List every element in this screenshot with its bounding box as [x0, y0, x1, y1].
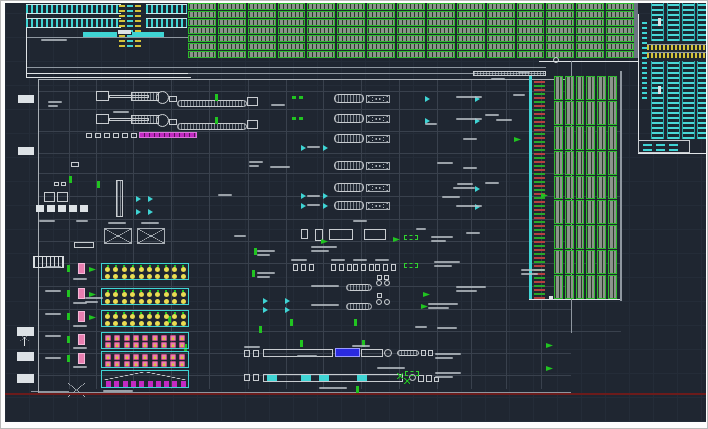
pallet-cell [565, 275, 574, 299]
pallet-cell [367, 51, 395, 58]
equipment-outline [169, 119, 177, 125]
equipment-outline [361, 349, 383, 357]
rack-dash-column [119, 4, 125, 47]
text-smudge [257, 272, 275, 274]
pallet-cell [248, 43, 276, 50]
text-smudge [453, 187, 475, 189]
pink-machine-unit [152, 335, 158, 341]
text-smudge [73, 347, 87, 349]
green-tick [69, 176, 72, 183]
pallet-cell [586, 76, 595, 100]
yellow-machine [164, 299, 169, 304]
hatched-unit [334, 183, 364, 192]
green-tick [67, 355, 70, 362]
green-dot [174, 312, 176, 314]
pallet-cell [565, 76, 574, 100]
green-dot [299, 117, 303, 120]
model-space-layer [5, 3, 706, 422]
equipment-outline [418, 375, 424, 382]
equipment-outline [86, 133, 92, 138]
pallet-cell [248, 35, 276, 42]
cyan-glyph [425, 96, 430, 102]
text-smudge [45, 357, 61, 359]
cyan-glyph [323, 145, 328, 151]
magenta-strip [139, 132, 197, 138]
pallet-cell [307, 27, 335, 34]
text-smudge [73, 325, 87, 327]
hatched-unit [334, 134, 364, 143]
pallet-cell [307, 19, 335, 26]
pallet-cell [576, 19, 604, 26]
right-rack-box-cell [643, 142, 652, 151]
equipment-outline [253, 350, 259, 357]
left-grid-tag [80, 205, 88, 212]
yellow-machine [139, 274, 144, 279]
text-smudge [425, 123, 437, 125]
pallet-cell [188, 19, 216, 26]
drawing-canvas[interactable] [5, 3, 706, 422]
pallet-cell [487, 27, 515, 34]
yellow-machine [155, 274, 160, 279]
pallet-cell [608, 101, 617, 125]
pallet-cell [457, 35, 485, 42]
pink-machine [78, 353, 85, 364]
pallet-cell [565, 176, 574, 200]
equipment-outline [253, 374, 259, 381]
hatched-unit [177, 123, 247, 130]
pallet-cell [554, 200, 563, 224]
green-cross [404, 378, 410, 384]
pallet-cell [576, 176, 585, 200]
pallet-cell [586, 200, 595, 224]
pallet-cell [218, 35, 246, 42]
yellow-machine [130, 267, 135, 272]
yellow-machine [122, 292, 127, 297]
crossed-box [366, 202, 390, 210]
grid-line-v [437, 79, 438, 389]
text-smudge [85, 301, 98, 303]
green-dot [107, 290, 109, 292]
pallet-cell [546, 11, 574, 18]
boundary-line-v [38, 79, 39, 393]
pallet-cell [278, 51, 306, 58]
pallet-cell [278, 11, 306, 18]
pallet-cell [457, 3, 485, 10]
pallet-cell [337, 43, 365, 50]
equipment-outline [331, 264, 336, 271]
text-smudge [456, 96, 482, 98]
text-smudge [434, 265, 452, 267]
green-pill [405, 371, 419, 376]
pallet-cell [427, 19, 455, 26]
pallet-cell [597, 76, 606, 100]
yellow-machine [181, 274, 186, 279]
text-smudge [456, 118, 482, 120]
green-dot [115, 312, 117, 314]
pallet-cell [397, 11, 425, 18]
text-smudge [244, 346, 260, 348]
pallet-cell [565, 200, 574, 224]
hatched-unit [397, 350, 419, 356]
equipment-outline [301, 229, 308, 239]
crossed-box [366, 95, 390, 103]
text-smudge [48, 101, 62, 103]
pallet-cell [606, 11, 634, 18]
green-arrow [546, 343, 553, 348]
grid-line-h [38, 219, 571, 220]
pallet-cell [457, 27, 485, 34]
pallet-cell [606, 51, 634, 58]
pallet-cell [586, 275, 595, 299]
turntable-circle [553, 57, 559, 63]
pink-machine-band [101, 332, 189, 349]
pink-machine-unit [124, 335, 130, 341]
turntable-circle [384, 349, 392, 357]
pallet-cell [606, 3, 634, 10]
green-cross [397, 373, 403, 379]
pallet-cell [546, 35, 574, 42]
text-smudge [435, 376, 453, 378]
green-dot [123, 290, 125, 292]
pallet-cell [546, 19, 574, 26]
cyan-glyph [301, 193, 306, 199]
green-arrow [321, 239, 328, 244]
grid-line-v [286, 79, 287, 389]
yellow-machine [147, 314, 152, 319]
pallet-cell [576, 27, 604, 34]
